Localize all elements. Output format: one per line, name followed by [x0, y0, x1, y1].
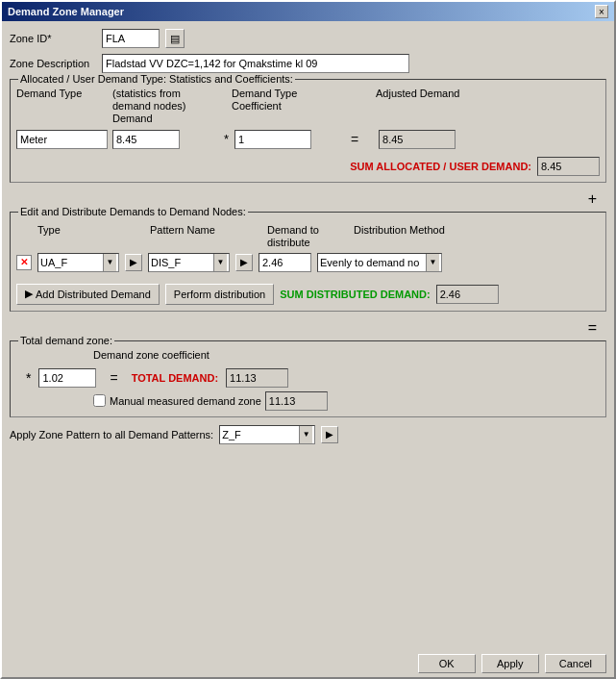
distribute-group: Edit and Distribute Demands to Demand No…: [10, 212, 606, 312]
type-dropdown[interactable]: UA_F ▼: [37, 253, 119, 272]
total-demand-label: TOTAL DEMAND:: [132, 372, 218, 384]
allocated-sum-row: SUM ALLOCATED / USER DEMAND:: [16, 157, 600, 176]
pattern-dropdown-value: DIS_F: [151, 257, 181, 268]
perform-distribution-button[interactable]: Perform distribution: [165, 284, 274, 305]
zone-description-row: Zone Description: [10, 54, 606, 73]
col-demand-type-header: Demand Type: [16, 88, 112, 100]
type-browse-button[interactable]: ▶: [125, 254, 142, 271]
window-title: Demand Zone Manager: [8, 6, 124, 17]
total-section-title: Total demand zone:: [18, 335, 114, 346]
cancel-button[interactable]: Cancel: [545, 654, 606, 673]
col-demand-header: (statistics from demand nodes) Demand: [112, 88, 218, 126]
adjusted-input: [379, 130, 456, 149]
method-dropdown-arrow: ▼: [426, 254, 439, 271]
allocated-group-content: Demand Type (statistics from demand node…: [16, 84, 600, 176]
apply-button[interactable]: Apply: [481, 654, 539, 673]
distribute-bottom-row: ▶ Add Distributed Demand Perform distrib…: [16, 284, 600, 305]
distribute-data-row: ✕ UA_F ▼ ▶ DIS_F ▼ ▶: [16, 253, 600, 272]
allocated-sum-label: SUM ALLOCATED / USER DEMAND:: [350, 161, 531, 172]
add-icon: ▶: [25, 288, 33, 300]
demand-cell: [112, 130, 218, 149]
col-coeff-header: Demand Type Coefficient: [232, 88, 328, 113]
distribute-group-content: Type Pattern Name Demand to distribute D…: [16, 216, 600, 305]
demand-zone-manager-window: Demand Zone Manager × Zone ID* ▤ Zone De…: [0, 0, 616, 679]
total-coeff-label: Demand zone coefficient: [93, 349, 600, 361]
zone-id-label: Zone ID*: [10, 33, 96, 44]
pattern-dropdown-arrow: ▼: [213, 254, 227, 271]
close-button[interactable]: ×: [595, 5, 608, 18]
demand-input[interactable]: [112, 130, 180, 149]
zone-pattern-value: Z_F: [222, 429, 241, 440]
total-row: * = TOTAL DEMAND:: [16, 368, 600, 388]
total-equals: =: [110, 370, 117, 386]
zone-description-input[interactable]: [102, 54, 409, 73]
col-pattern-header: Pattern Name: [150, 224, 246, 237]
remove-row-button[interactable]: ✕: [16, 255, 32, 270]
distribute-columns-header: Type Pattern Name Demand to distribute D…: [16, 220, 600, 249]
coeff-cell: [234, 130, 331, 149]
distribute-group-title: Edit and Distribute Demands to Demand No…: [18, 206, 248, 217]
pattern-browse-button[interactable]: ▶: [235, 254, 253, 271]
browse-icon: ▤: [170, 33, 180, 45]
zone-id-row: Zone ID* ▤: [10, 29, 606, 48]
coeff-input[interactable]: [234, 130, 311, 149]
zone-id-browse-button[interactable]: ▤: [165, 29, 185, 48]
allocated-group: Allocated / User Demand Type: Statistics…: [10, 79, 606, 183]
manual-measured-label: Manual measured demand zone: [110, 395, 261, 407]
title-bar: Demand Zone Manager ×: [2, 2, 614, 21]
zone-id-input[interactable]: [102, 29, 160, 48]
zone-pattern-label: Apply Zone Pattern to all Demand Pattern…: [10, 429, 213, 440]
zone-pattern-row: Apply Zone Pattern to all Demand Pattern…: [10, 425, 606, 444]
method-dropdown[interactable]: Evenly to demand no ▼: [317, 253, 442, 272]
ok-button[interactable]: OK: [418, 654, 476, 673]
total-section: Total demand zone: Demand zone coefficie…: [10, 340, 606, 417]
pattern-dropdown[interactable]: DIS_F ▼: [148, 253, 230, 272]
add-distributed-demand-button[interactable]: ▶ Add Distributed Demand: [16, 284, 160, 305]
demand-type-input[interactable]: [16, 130, 108, 149]
method-dropdown-value: Evenly to demand no: [320, 257, 419, 268]
total-demand-value: [226, 368, 288, 388]
zone-pattern-dropdown[interactable]: Z_F ▼: [219, 425, 315, 444]
col-adj-header: Adjusted Demand: [376, 88, 472, 100]
zone-pattern-browse-button[interactable]: ▶: [321, 426, 338, 443]
col-demand-dist-header: Demand to distribute: [267, 224, 354, 249]
multiply-sign: *: [224, 132, 229, 146]
col-type-header: Type: [37, 224, 129, 237]
demand-type-cell: [16, 130, 112, 149]
footer-buttons: OK Apply Cancel: [2, 650, 614, 677]
distributed-sum-value: [436, 285, 499, 304]
zone-pattern-arrow: ▼: [299, 426, 312, 443]
type-dropdown-value: UA_F: [40, 257, 67, 268]
zone-description-label: Zone Description: [10, 58, 96, 69]
total-asterisk: *: [26, 370, 31, 386]
allocated-group-title: Allocated / User Demand Type: Statistics…: [18, 73, 295, 85]
manual-measured-checkbox[interactable]: [93, 394, 106, 407]
demand-zone-coeff-input[interactable]: [38, 368, 96, 388]
allocated-data-row: * =: [16, 130, 600, 149]
adjusted-cell: [379, 130, 475, 149]
type-dropdown-arrow: ▼: [103, 254, 116, 271]
allocated-columns-header: Demand Type (statistics from demand node…: [16, 84, 600, 126]
manual-measured-row: Manual measured demand zone: [93, 391, 600, 411]
distributed-sum-label: SUM DISTRIBUTED DEMAND:: [280, 289, 430, 300]
manual-measured-value: [265, 391, 328, 411]
demand-dist-input[interactable]: [259, 253, 311, 272]
col-method-header: Distribution Method: [354, 224, 469, 237]
window-content: Zone ID* ▤ Zone Description Allocated / …: [2, 21, 614, 650]
equals-cell: =: [331, 132, 379, 147]
allocated-sum-value: [537, 157, 600, 176]
